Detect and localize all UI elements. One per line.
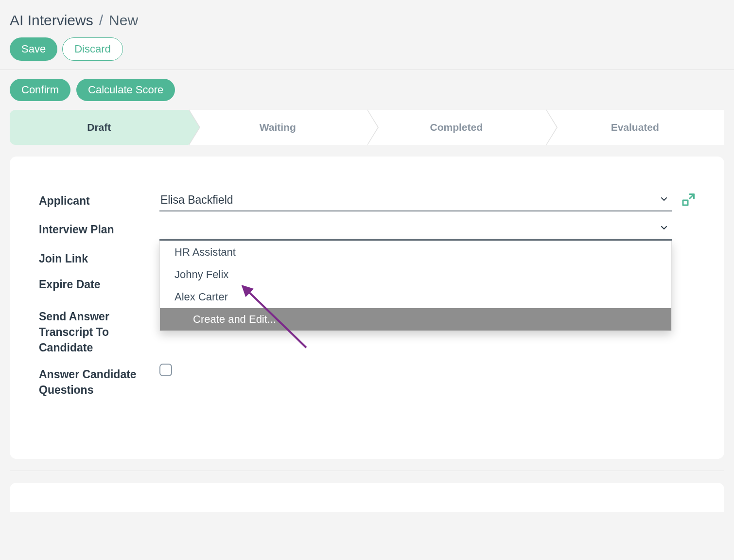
row-applicant: Applicant [39, 191, 695, 211]
interview-plan-input[interactable] [159, 219, 672, 241]
interview-plan-input-container: HR AssistantJohny FelixAlex CarterCreate… [159, 219, 672, 241]
applicant-input[interactable] [159, 191, 672, 211]
label-answer-questions: Answer Candidate Questions [39, 364, 159, 398]
open-external-icon[interactable] [681, 193, 695, 210]
label-expire-date: Expire Date [39, 274, 159, 292]
label-join-link: Join Link [39, 248, 159, 266]
header: AI Interviews / New Save Discard [0, 0, 734, 70]
field-applicant-wrap [159, 191, 695, 211]
label-send-transcript: Send Answer Transcript To Candidate [39, 306, 159, 356]
card-divider [10, 471, 724, 471]
page-root: AI Interviews / New Save Discard Confirm… [0, 0, 734, 512]
answer-questions-checkbox[interactable] [159, 364, 172, 376]
dropdown-option[interactable]: HR Assistant [160, 241, 671, 263]
field-interview-plan-wrap: HR AssistantJohny FelixAlex CarterCreate… [159, 219, 695, 241]
status-step-waiting[interactable]: Waiting [189, 110, 367, 145]
discard-button[interactable]: Discard [62, 37, 123, 61]
label-applicant: Applicant [39, 191, 159, 209]
interview-plan-dropdown: HR AssistantJohny FelixAlex CarterCreate… [159, 241, 672, 331]
label-interview-plan: Interview Plan [39, 219, 159, 237]
breadcrumb-root[interactable]: AI Interviews [10, 12, 93, 29]
applicant-input-container [159, 191, 672, 211]
save-button[interactable]: Save [10, 37, 57, 61]
row-interview-plan: Interview Plan HR AssistantJohny FelixAl… [39, 219, 695, 241]
status-bar: DraftWaitingCompletedEvaluated [10, 110, 724, 145]
dropdown-create-and-edit[interactable]: Create and Edit... [160, 308, 671, 331]
status-step-draft[interactable]: Draft [10, 110, 189, 145]
row-answer-questions: Answer Candidate Questions [39, 364, 695, 398]
dropdown-option[interactable]: Alex Carter [160, 286, 671, 308]
next-card [10, 483, 724, 512]
secondary-actions: Confirm Calculate Score [0, 70, 734, 110]
field-answer-questions-wrap [159, 364, 695, 376]
svg-rect-0 [683, 200, 688, 205]
confirm-button[interactable]: Confirm [10, 79, 70, 101]
status-step-completed[interactable]: Completed [367, 110, 546, 145]
breadcrumb: AI Interviews / New [10, 12, 734, 29]
status-step-evaluated[interactable]: Evaluated [546, 110, 725, 145]
form-card: Applicant Interview P [10, 157, 724, 459]
calculate-score-button[interactable]: Calculate Score [76, 79, 175, 101]
save-discard-row: Save Discard [10, 37, 734, 61]
dropdown-option[interactable]: Johny Felix [160, 263, 671, 286]
breadcrumb-current: New [109, 12, 138, 29]
breadcrumb-separator: / [99, 12, 103, 29]
